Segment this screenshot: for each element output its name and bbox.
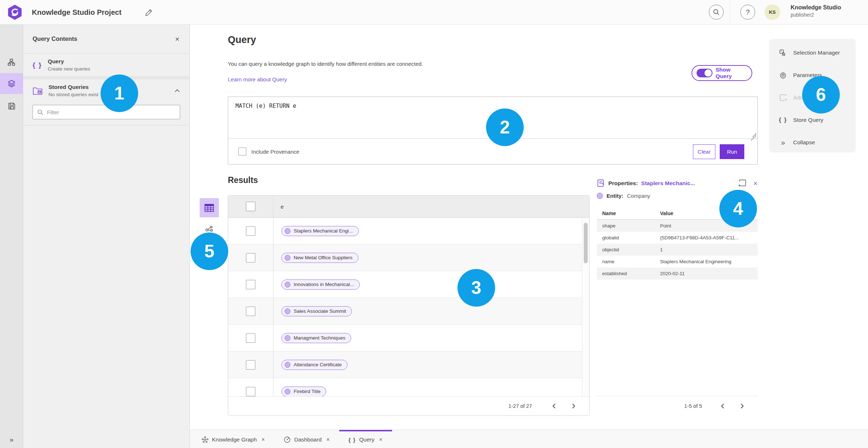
entity-pill[interactable]: Managment Techniques — [281, 333, 351, 343]
annotation-circle: 1 — [101, 74, 138, 112]
collapse-section-button[interactable] — [174, 88, 180, 94]
project-title: Knowledge Studio Project — [32, 0, 122, 25]
selection-manager-button[interactable]: Selection Manager — [770, 42, 855, 64]
table-row: Innovations in Mechanical... — [228, 271, 582, 298]
link-chart-nav-button[interactable] — [0, 52, 23, 73]
entity-dot-icon — [285, 335, 290, 341]
entity-dot-icon — [285, 308, 290, 314]
save-nav-button[interactable] — [0, 95, 23, 116]
braces-icon: { } — [349, 437, 356, 443]
previous-page-button[interactable] — [718, 401, 727, 411]
search-icon — [713, 9, 720, 16]
tab-query[interactable]: { } Query × — [339, 430, 392, 448]
selected-entity-link[interactable]: Staplers Mechanic... — [641, 180, 695, 187]
table-view-button[interactable] — [200, 198, 219, 217]
edit-title-pencil-icon[interactable] — [145, 8, 153, 17]
results-table-body: Staplers Mechanical Engi... New Metal Of… — [228, 218, 589, 396]
question-mark-icon: ? — [746, 8, 750, 16]
entity-pill[interactable]: Innovations in Mechanical... — [281, 280, 360, 290]
property-value: {5D9B4713-F98D-4A53-A59F-C11... — [660, 235, 758, 240]
help-button[interactable]: ? — [740, 5, 755, 20]
close-tab-button[interactable]: × — [379, 436, 382, 443]
app-window: Knowledge Studio Project ? KS Knowledge … — [0, 0, 868, 448]
entity-pill[interactable]: Staplers Mechanical Engi... — [281, 226, 359, 236]
properties-header: Properties: Staplers Mechanic... × — [597, 179, 758, 187]
properties-rows: shape Point globalid {5D9B4713-F98D-4A53… — [597, 220, 758, 280]
user-info[interactable]: Knowledge Studio publisher2 — [791, 4, 841, 18]
annotation-number: 5 — [204, 241, 214, 262]
table-row: New Metal Office Suppliers — [228, 244, 582, 271]
user-avatar[interactable]: KS — [765, 4, 780, 20]
include-provenance-label: Include Provenance — [251, 149, 299, 155]
layers-icon — [7, 79, 16, 88]
row-checkbox[interactable] — [246, 307, 255, 316]
property-value: 2020-02-11 — [660, 271, 758, 276]
save-icon — [8, 102, 16, 110]
entity-label: Managment Techniques — [294, 335, 345, 341]
collapse-icon: » — [781, 138, 785, 147]
query-item[interactable]: { } Query Create new queries — [23, 54, 190, 76]
app-logo-icon[interactable] — [7, 4, 23, 21]
results-scrollbar-thumb[interactable] — [584, 223, 588, 263]
chevron-left-icon — [552, 403, 556, 409]
entity-pill[interactable]: Firebird Title — [281, 387, 326, 397]
query-contents-header: Query Contents × — [23, 25, 190, 54]
row-checkbox[interactable] — [246, 360, 255, 370]
run-button[interactable]: Run — [720, 144, 744, 159]
row-checkbox[interactable] — [246, 253, 255, 263]
results-page-range: 1-27 of 27 — [509, 403, 532, 409]
add-icon — [779, 94, 787, 102]
gear-icon — [779, 71, 787, 79]
page-description: You can query a knowledge graph to ident… — [228, 61, 423, 67]
clear-button[interactable]: Clear — [693, 144, 715, 159]
tab-dashboard[interactable]: Dashboard × — [274, 430, 339, 448]
tab-knowledge-graph[interactable]: Knowledge Graph × — [192, 430, 274, 448]
add-to-selection-icon[interactable] — [739, 179, 747, 187]
entity-pill[interactable]: Sales Associate Summit — [281, 306, 352, 316]
next-page-button[interactable] — [569, 401, 578, 411]
close-panel-button[interactable]: × — [175, 35, 179, 43]
next-page-button[interactable] — [737, 401, 747, 411]
results-scrollbar-track[interactable] — [582, 218, 589, 396]
entity-dot-icon — [285, 362, 290, 368]
annotation-number: 4 — [733, 198, 743, 219]
entity-pill[interactable]: New Metal Office Suppliers — [281, 253, 358, 263]
store-query-button[interactable]: { } Store Query — [770, 109, 855, 131]
show-query-toggle[interactable]: Show Query — [692, 65, 752, 81]
property-value: 1 — [660, 247, 758, 252]
property-value: Staplers Mechanical Engineering — [660, 259, 758, 264]
contents-nav-button[interactable] — [0, 73, 23, 94]
resize-handle[interactable] — [752, 133, 756, 137]
folder-icon — [33, 86, 43, 95]
include-provenance-checkbox[interactable] — [238, 148, 246, 155]
previous-page-button[interactable] — [549, 401, 559, 411]
collapse-button[interactable]: » Collapse — [770, 131, 855, 154]
row-checkbox[interactable] — [246, 280, 255, 289]
close-tab-button[interactable]: × — [326, 436, 329, 443]
row-checkbox[interactable] — [246, 333, 255, 343]
properties-title: Properties: — [608, 180, 638, 187]
select-all-checkbox[interactable] — [246, 202, 255, 211]
chevron-right-icon — [740, 403, 744, 409]
toggle-switch — [697, 69, 712, 77]
show-query-label: Show Query — [716, 67, 747, 80]
expand-panel-button[interactable]: » — [0, 434, 23, 446]
entity-dot-icon — [285, 389, 290, 394]
annotation-circle: 4 — [719, 190, 757, 227]
results-rows: Staplers Mechanical Engi... New Metal Of… — [228, 218, 582, 396]
learn-more-link[interactable]: Learn more about Query — [228, 76, 287, 82]
search-button[interactable] — [709, 5, 724, 20]
knowledge-graph-icon — [201, 436, 209, 443]
close-tab-button[interactable]: × — [261, 436, 265, 443]
tab-label: Knowledge Graph — [212, 436, 257, 443]
topbar-divider — [730, 0, 730, 25]
entity-pill[interactable]: Attendance Certificate — [281, 360, 348, 370]
row-checkbox[interactable] — [246, 387, 255, 396]
top-bar: Knowledge Studio Project ? KS Knowledge … — [0, 0, 868, 25]
property-name: globalid — [602, 235, 660, 240]
row-checkbox[interactable] — [246, 226, 255, 236]
annotation-number: 1 — [114, 83, 124, 104]
search-icon — [37, 109, 43, 115]
property-name: objectid — [602, 247, 660, 252]
close-properties-button[interactable]: × — [753, 179, 758, 187]
